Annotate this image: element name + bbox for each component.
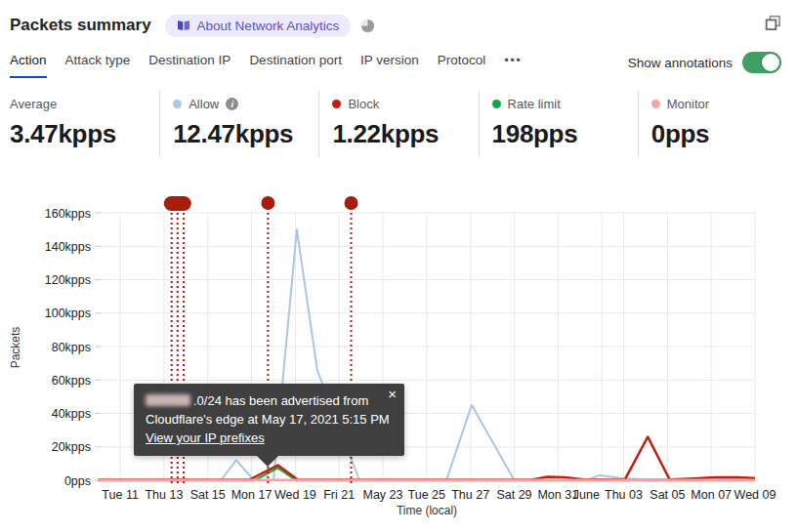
book-icon xyxy=(177,20,190,31)
y-tick-label: 160kpps xyxy=(45,207,91,221)
x-tick-label: Sat 05 xyxy=(650,488,685,502)
tab-ip-version[interactable]: IP version xyxy=(360,47,419,78)
tab-action[interactable]: Action xyxy=(10,47,47,78)
stat-label: Average xyxy=(10,97,57,111)
x-tick-label: Wed 09 xyxy=(734,488,776,502)
packets-chart[interactable]: 0pps20kpps40kpps60kpps80kpps100kpps120kp… xyxy=(0,185,797,532)
badge-label: About Network Analytics xyxy=(197,19,340,33)
page-title: Packets summary xyxy=(10,16,151,35)
stat-value: 3.47kpps xyxy=(10,119,159,149)
x-tick-label: Sat 15 xyxy=(190,488,226,502)
y-tick-label: 20kpps xyxy=(52,440,91,454)
tab-protocol[interactable]: Protocol xyxy=(438,47,486,78)
y-tick-label: 120kpps xyxy=(45,273,91,287)
annotation-marker[interactable] xyxy=(345,196,358,210)
x-tick-label: Sat 29 xyxy=(496,488,531,502)
toggle-knob xyxy=(762,54,779,71)
legend-dot xyxy=(651,100,660,108)
x-tick-label: Tue 25 xyxy=(408,488,446,502)
stat-value: 0pps xyxy=(651,119,797,149)
tab-bar: Action Attack type Destination IP Destin… xyxy=(10,47,781,82)
y-tick-label: 0pps xyxy=(64,474,91,488)
legend-dot xyxy=(173,100,182,108)
legend-dot xyxy=(332,100,341,108)
x-tick-label: Thu 27 xyxy=(451,488,489,502)
close-icon[interactable]: × xyxy=(388,387,397,401)
y-tick-label: 40kpps xyxy=(52,407,91,421)
x-tick-label: Fri 21 xyxy=(323,488,355,502)
show-annotations-toggle[interactable] xyxy=(742,52,781,73)
tab-destination-ip[interactable]: Destination IP xyxy=(148,47,231,78)
stat-label: Rate limit xyxy=(508,97,561,111)
tab-attack-type[interactable]: Attack type xyxy=(65,47,131,78)
tooltip-line2: Cloudflare's edge at May 17, 2021 5:15 P… xyxy=(146,410,393,429)
stat-value: 198pps xyxy=(492,119,638,149)
stat-label: Allow xyxy=(189,97,219,111)
annotation-tooltip: × .0/24 has been advertised from Cloudfl… xyxy=(134,384,404,456)
y-axis-title: Packets xyxy=(9,327,22,369)
x-tick-label: Mon 07 xyxy=(691,488,732,502)
x-tick-label: Mon 17 xyxy=(231,488,273,502)
header: Packets summary About Network Analytics xyxy=(10,10,781,41)
more-tabs-button[interactable]: ••• xyxy=(504,47,522,73)
stat-value: 12.47kpps xyxy=(173,119,318,149)
legend-dot xyxy=(492,100,501,108)
y-tick-label: 60kpps xyxy=(52,374,91,388)
annotation-marker[interactable] xyxy=(261,196,274,210)
y-tick-label: 140kpps xyxy=(45,240,91,254)
y-tick-label: 80kpps xyxy=(52,341,91,354)
x-tick-label: Wed 19 xyxy=(274,488,316,502)
stat-monitor: Monitor 0pps xyxy=(638,91,797,157)
y-tick-label: 100kpps xyxy=(45,307,91,320)
stat-block: Block 1.22kpps xyxy=(318,91,478,157)
summary-stats: Average 3.47kpps Allow 12.47kpps Block 1… xyxy=(0,91,797,157)
stat-average: Average 3.47kpps xyxy=(0,91,159,157)
view-ip-prefixes-link[interactable]: View your IP prefixes xyxy=(146,430,265,445)
show-annotations-label: Show annotations xyxy=(628,56,733,70)
annotation-marker[interactable] xyxy=(164,196,191,211)
x-tick-label: May 23 xyxy=(363,488,403,502)
popout-window-icon[interactable] xyxy=(765,15,781,31)
x-tick-label: Thu 13 xyxy=(145,488,183,502)
redacted-ip-prefix xyxy=(146,394,190,406)
usage-meter-icon xyxy=(360,19,375,33)
stat-label: Block xyxy=(348,97,379,111)
x-axis-title: Time (local) xyxy=(397,504,457,517)
stat-rate-limit: Rate limit 198pps xyxy=(479,91,638,157)
stat-label: Monitor xyxy=(667,97,709,111)
info-icon[interactable] xyxy=(226,98,238,110)
tab-destination-port[interactable]: Destination port xyxy=(249,47,342,78)
x-tick-label: Tue 11 xyxy=(102,488,139,502)
tooltip-line1: .0/24 has been advertised from xyxy=(146,391,393,410)
x-tick-label: Thu 03 xyxy=(605,488,643,502)
stat-allow: Allow 12.47kpps xyxy=(159,91,318,157)
x-tick-label: June xyxy=(573,488,600,502)
stat-value: 1.22kpps xyxy=(332,119,478,149)
about-network-analytics-badge[interactable]: About Network Analytics xyxy=(165,15,352,37)
